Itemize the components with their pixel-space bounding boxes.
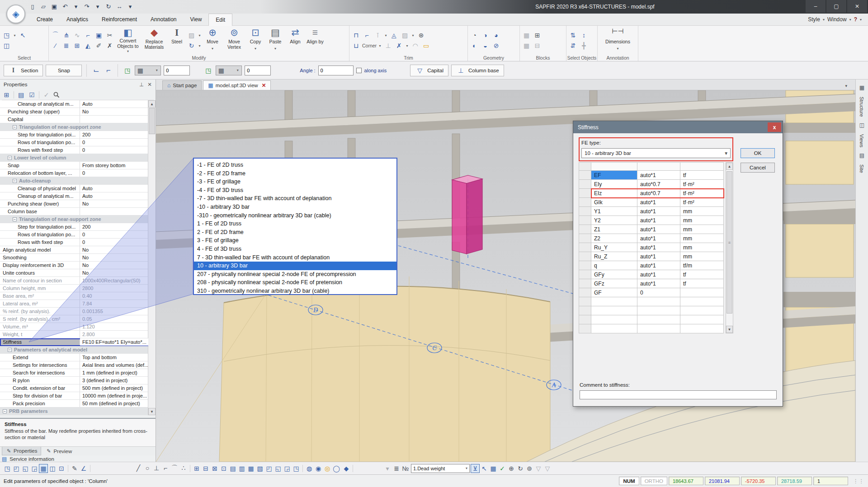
lamp-off-icon[interactable]: ◍: [305, 464, 314, 473]
ghost-outline-icon[interactable]: ▨: [187, 31, 196, 40]
draw-perp-icon[interactable]: ⊥: [152, 464, 161, 473]
categorized-view-icon[interactable]: ⊞: [2, 90, 11, 99]
site-panel-icon[interactable]: ▤: [857, 151, 867, 160]
fe-type-option-7-3d-thin-walled-bar-fe-with-account-of-[interactable]: -7 - 3D thin-walled bar FE with account …: [194, 194, 396, 203]
cell-c3[interactable]: tf·m²: [680, 198, 724, 207]
property-row-lateral-area-m[interactable]: Lateral area, m²7.84: [0, 300, 148, 308]
capital-button[interactable]: ▽Capital: [410, 65, 448, 76]
property-row-snap[interactable]: SnapFrom storey bottom: [0, 162, 148, 169]
replace-materials-button[interactable]: ◆Replace Materials: [142, 27, 167, 54]
undo-icon[interactable]: ↶: [61, 2, 70, 11]
offset-end-input[interactable]: [245, 66, 271, 75]
property-row-rows-with-fixed-step[interactable]: Rows with fixed step0: [0, 146, 148, 154]
cell-c1[interactable]: Ru_Y: [591, 243, 637, 252]
along-axis-checkbox[interactable]: [356, 68, 362, 73]
row-header[interactable]: [579, 297, 591, 306]
view-q2-icon[interactable]: ◱: [274, 464, 283, 473]
property-value[interactable]: Auto: [82, 193, 93, 199]
cell-c2[interactable]: [637, 324, 680, 333]
view-rows-icon[interactable]: ▤: [228, 464, 237, 473]
eraser-icon[interactable]: ▭: [421, 41, 431, 50]
stiffness-row-z2[interactable]: Z2auto*1mm: [579, 234, 724, 243]
block-add-icon[interactable]: ⊞: [533, 31, 542, 40]
row-header[interactable]: [579, 252, 591, 261]
stiffness-row-eiy[interactable]: EIyauto*0.7tf·m²: [579, 180, 724, 189]
stiffness-row-eiz[interactable]: EIzauto*0.7tf·m²: [579, 189, 724, 198]
cell-c1[interactable]: Z2: [591, 234, 637, 243]
checked-props-icon[interactable]: ☑: [27, 90, 37, 99]
untrim-icon[interactable]: ✗: [394, 41, 404, 50]
edit-pencil-icon[interactable]: ✎: [70, 464, 79, 473]
bend-arrow-icon[interactable]: ⌐: [104, 66, 113, 75]
bend-down-icon[interactable]: ⌙: [91, 66, 101, 75]
property-value[interactable]: 0: [82, 239, 85, 245]
layers-icon[interactable]: ≣: [392, 464, 401, 473]
service-information-row[interactable]: ▤ Service information: [2, 456, 54, 462]
snap-angle-icon[interactable]: ∠: [79, 464, 88, 473]
property-value[interactable]: 0: [82, 170, 85, 176]
fe-type-option-208-physically-nonlinear-special-2-node-[interactable]: 208 - physically nonlinear special 2-nod…: [194, 278, 396, 287]
fe-type-option-4-fe-of-3d-truss[interactable]: -4 - FE of 3D truss: [194, 186, 396, 195]
property-section-auto-cleanup[interactable]: −Auto-cleanup: [0, 177, 148, 185]
cell-c3[interactable]: mm: [680, 243, 724, 252]
close-button[interactable]: ✕: [847, 0, 867, 13]
draw-line-icon[interactable]: ╱: [134, 464, 143, 473]
property-row-search-for-intersections[interactable]: Search for intersections1 mm (defined in…: [0, 369, 148, 377]
property-value[interactable]: 200: [82, 132, 90, 137]
property-section-triangulation-of-near-support-zone[interactable]: −Triangulation of near-support zone: [0, 215, 148, 223]
cell-c2[interactable]: auto*0.7: [637, 180, 680, 189]
pin-icon[interactable]: ⊤: [139, 81, 144, 88]
cell-c1[interactable]: GF: [591, 288, 637, 297]
property-value[interactable]: Axial lines and volumes (def...: [82, 362, 148, 368]
cell-c1[interactable]: [591, 324, 637, 333]
selected-column[interactable]: [452, 175, 482, 254]
select-storey-icon[interactable]: ↕: [579, 31, 589, 40]
collapse-icon[interactable]: −: [13, 217, 17, 221]
property-row-display-reinforcement-in-3d[interactable]: Display reinforcement in 3DNo: [0, 262, 148, 269]
section-button[interactable]: ISection: [4, 65, 43, 76]
orbit-icon[interactable]: ↻: [516, 464, 525, 473]
property-value[interactable]: 1.120: [82, 324, 95, 329]
cell-c2[interactable]: auto*1: [637, 216, 680, 225]
property-row-rows-of-triangulation-po[interactable]: Rows of triangulation po...0: [0, 139, 148, 146]
property-value[interactable]: Auto: [82, 101, 93, 107]
trim-ghost-icon[interactable]: ▨: [400, 31, 410, 40]
row-header[interactable]: [579, 189, 591, 198]
cell-c3[interactable]: [680, 324, 724, 333]
cancel-button[interactable]: Cancel: [741, 163, 775, 173]
property-value[interactable]: 1 mm (defined in project): [82, 370, 137, 375]
property-row-cleanup-of-analytical-m[interactable]: Cleanup of analytical m...Auto: [0, 100, 148, 108]
row-header[interactable]: [579, 198, 591, 207]
apply-check-icon[interactable]: ✓: [498, 464, 507, 473]
row-header[interactable]: [579, 261, 591, 270]
align-button[interactable]: ⇄Align: [286, 27, 305, 54]
view-cols-icon[interactable]: ▥: [237, 464, 246, 473]
property-row-pack-precision[interactable]: Pack precision50 mm (defined in project): [0, 400, 148, 407]
cell-c2[interactable]: [637, 306, 680, 315]
select-above-icon[interactable]: ⇅: [568, 31, 578, 40]
new-file-icon[interactable]: ▯: [28, 2, 37, 11]
subtract-icon[interactable]: ◑: [481, 31, 490, 40]
cell-c2[interactable]: [637, 297, 680, 306]
cell-c1[interactable]: EIz: [591, 189, 637, 198]
ortho-indicator[interactable]: ORTHO: [641, 477, 667, 485]
corner-join-icon[interactable]: ⌐: [362, 31, 372, 40]
offset-start-input[interactable]: [164, 66, 190, 75]
property-row-weight-t[interactable]: Weight, t2.800: [0, 331, 148, 338]
view-grid-icon[interactable]: ▦: [246, 464, 255, 473]
cell-c3[interactable]: tf·m²: [680, 189, 724, 198]
property-value[interactable]: 0: [82, 232, 85, 237]
property-row-cleanup-of-physical-model[interactable]: Cleanup of physical modelAuto: [0, 185, 148, 192]
stiffness-row-empty[interactable]: [579, 315, 724, 324]
search-icon[interactable]: [53, 92, 60, 98]
ribbon-tab-annotation[interactable]: Annotation: [144, 14, 183, 26]
trim-ghost-dropdown-icon[interactable]: ▾: [411, 31, 415, 40]
snap-button[interactable]: Snap: [46, 65, 82, 76]
stiffness-row-z1[interactable]: Z1auto*1mm: [579, 225, 724, 234]
cell-c1[interactable]: Ru_Z: [591, 252, 637, 261]
draw-points-icon[interactable]: ∴: [179, 464, 188, 473]
property-value[interactable]: No: [82, 109, 89, 114]
row-header[interactable]: [579, 306, 591, 315]
app-logo-button[interactable]: ◈: [6, 5, 25, 23]
property-value[interactable]: 1000x400Rectangular(S0): [82, 278, 140, 283]
